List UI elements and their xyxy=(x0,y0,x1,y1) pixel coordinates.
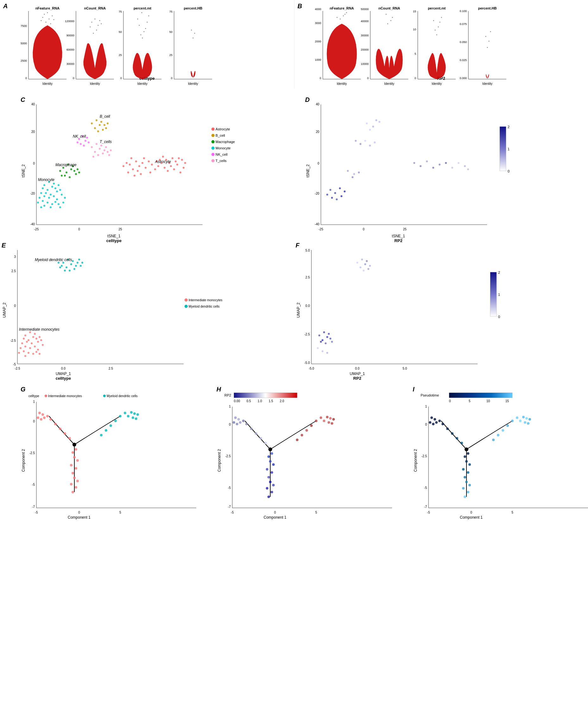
svg-point-437 xyxy=(70,464,72,466)
svg-point-183 xyxy=(83,145,85,147)
svg-point-367 xyxy=(18,352,20,354)
svg-point-249 xyxy=(211,127,214,131)
svg-text:-5: -5 xyxy=(231,511,234,514)
svg-text:0: 0 xyxy=(33,162,35,165)
panel-b: B RP2 nFeature_RNA 0 1000 2000 3000 4000 xyxy=(294,0,588,89)
svg-point-142 xyxy=(143,157,145,159)
svg-point-557 xyxy=(460,442,463,444)
svg-point-292 xyxy=(334,192,336,194)
svg-text:RP2: RP2 xyxy=(224,393,231,397)
svg-text:Component 2: Component 2 xyxy=(217,449,222,472)
svg-point-545 xyxy=(465,481,468,483)
svg-point-154 xyxy=(173,168,175,170)
svg-text:percent.HB: percent.HB xyxy=(478,6,497,10)
svg-text:-2.5: -2.5 xyxy=(29,451,35,455)
svg-rect-523 xyxy=(449,393,512,398)
svg-text:nFeature_RNA: nFeature_RNA xyxy=(36,6,60,10)
svg-point-547 xyxy=(467,471,469,474)
svg-point-228 xyxy=(40,192,42,194)
svg-point-439 xyxy=(73,456,76,459)
svg-point-185 xyxy=(86,137,88,139)
svg-point-493 xyxy=(266,468,268,470)
svg-point-387 xyxy=(356,262,358,264)
panel-e-svg: E UMAP_2 3 2.5 0 -2.5 -5 -2.5 0.0 2.5 UM… xyxy=(0,240,275,380)
svg-point-432 xyxy=(70,483,72,485)
svg-point-158 xyxy=(184,162,186,164)
svg-point-182 xyxy=(84,140,86,142)
svg-text:tSNE_2: tSNE_2 xyxy=(306,164,310,177)
svg-point-294 xyxy=(344,190,345,192)
svg-text:40: 40 xyxy=(31,103,35,106)
panel-a-svg: nFeature_RNA 0 2500 5000 7500 xyxy=(6,3,291,89)
svg-point-239 xyxy=(55,201,56,203)
svg-point-101 xyxy=(433,20,434,21)
svg-point-297 xyxy=(336,198,338,200)
svg-point-134 xyxy=(132,168,134,170)
svg-point-173 xyxy=(100,121,102,123)
svg-text:0: 0 xyxy=(73,77,75,80)
svg-point-446 xyxy=(68,437,71,440)
svg-text:H: H xyxy=(216,386,221,393)
main-container: A celltype nFeature_RNA 0 2500 5000 7500 xyxy=(0,0,588,712)
svg-point-73 xyxy=(337,17,338,18)
svg-point-497 xyxy=(271,452,273,455)
svg-point-348 xyxy=(26,341,28,343)
svg-text:25: 25 xyxy=(118,228,122,231)
svg-point-194 xyxy=(104,149,105,151)
svg-point-342 xyxy=(24,334,26,336)
svg-point-492 xyxy=(271,471,273,474)
svg-text:Identity: Identity xyxy=(482,82,492,85)
svg-point-403 xyxy=(331,341,333,343)
svg-point-541 xyxy=(464,496,466,498)
svg-point-247 xyxy=(64,197,66,199)
svg-text:0: 0 xyxy=(120,77,122,80)
svg-text:Macrophage: Macrophage xyxy=(215,140,235,144)
svg-text:25: 25 xyxy=(169,54,172,57)
svg-point-172 xyxy=(94,127,96,129)
svg-text:0.0: 0.0 xyxy=(61,367,65,370)
svg-text:5000: 5000 xyxy=(21,42,27,45)
svg-point-543 xyxy=(462,487,465,489)
svg-point-161 xyxy=(175,161,176,162)
svg-point-390 xyxy=(359,267,361,268)
svg-text:5: 5 xyxy=(511,511,513,514)
svg-point-352 xyxy=(23,338,25,339)
svg-point-170 xyxy=(96,119,98,121)
svg-point-42 xyxy=(141,35,142,36)
svg-point-344 xyxy=(32,336,34,338)
svg-text:-5.0: -5.0 xyxy=(304,361,310,364)
panel-b-svg: nFeature_RNA 0 1000 2000 3000 4000 Ident… xyxy=(301,3,586,89)
svg-point-440 xyxy=(71,451,74,454)
svg-point-221 xyxy=(53,183,55,185)
svg-point-213 xyxy=(59,170,61,172)
svg-point-540 xyxy=(465,447,468,451)
svg-point-415 xyxy=(103,395,106,397)
svg-point-231 xyxy=(48,197,50,199)
svg-point-98 xyxy=(435,30,436,31)
svg-point-388 xyxy=(361,258,363,260)
svg-point-449 xyxy=(41,413,44,416)
svg-point-552 xyxy=(467,452,469,455)
svg-point-451 xyxy=(38,412,41,414)
svg-text:4000: 4000 xyxy=(315,7,321,11)
svg-text:0: 0 xyxy=(320,77,321,80)
svg-point-328 xyxy=(65,267,67,268)
svg-point-153 xyxy=(170,165,172,167)
svg-point-507 xyxy=(234,416,237,419)
svg-point-554 xyxy=(446,427,449,430)
svg-text:25: 25 xyxy=(403,228,407,231)
svg-point-461 xyxy=(132,416,134,419)
svg-point-31 xyxy=(94,19,96,20)
svg-text:nFeature_RNA: nFeature_RNA xyxy=(330,6,354,10)
svg-point-456 xyxy=(105,429,107,432)
svg-text:Identity: Identity xyxy=(138,82,147,85)
svg-text:UMAP_1: UMAP_1 xyxy=(56,372,71,376)
svg-text:Component 1: Component 1 xyxy=(264,515,287,520)
svg-text:60000: 60000 xyxy=(66,48,75,51)
svg-text:75: 75 xyxy=(169,10,172,13)
svg-point-337 xyxy=(80,265,82,267)
svg-point-331 xyxy=(74,268,75,270)
svg-text:B_cell: B_cell xyxy=(215,133,225,137)
svg-point-132 xyxy=(135,161,137,162)
svg-text:2.5: 2.5 xyxy=(12,269,16,273)
